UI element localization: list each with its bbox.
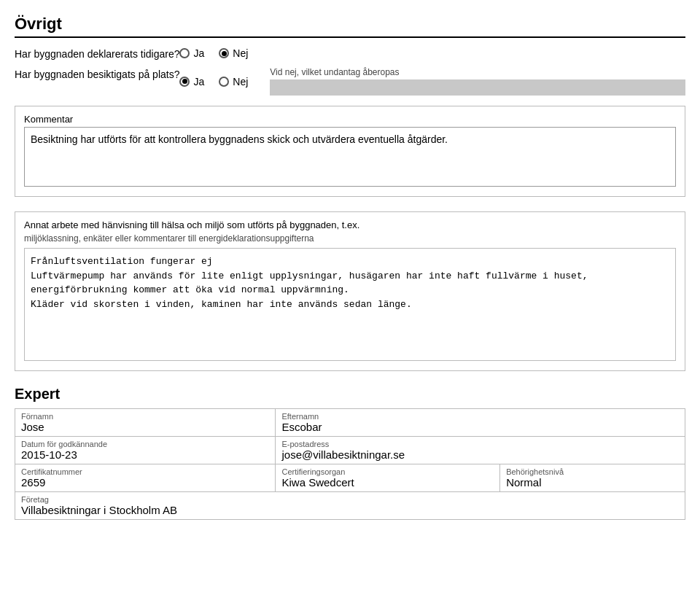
efternamn-label: Efternamn <box>281 412 679 421</box>
datum-value: 2015-10-23 <box>21 448 269 461</box>
efternamn-cell: Efternamn Escobar <box>276 408 685 436</box>
expert-row-foretag: Företag Villabesiktningar i Stockholm AB <box>15 491 685 519</box>
question2-ja-label: Ja <box>193 76 204 87</box>
question2-radio-group: Ja Nej <box>179 76 248 87</box>
expert-table: Förnamn Jose Efternamn Escobar Datum för… <box>15 408 685 520</box>
annat-section: Annat arbete med hänvisning till hälsa o… <box>15 211 685 371</box>
annat-label: Annat arbete med hänvisning till hälsa o… <box>24 219 676 230</box>
expert-row-name: Förnamn Jose Efternamn Escobar <box>15 408 685 436</box>
question2-nej-label: Nej <box>233 76 248 87</box>
behorighet-value: Normal <box>506 476 679 489</box>
certorg-label: Certifieringsorgan <box>281 467 494 476</box>
behorighet-label: Behörighetsnivå <box>506 467 679 476</box>
fornamn-value: Jose <box>21 421 269 433</box>
question2-text: Har byggnaden besiktigats på plats? <box>15 69 179 80</box>
cert-value: 2659 <box>21 476 269 489</box>
question2-ja-option[interactable]: Ja <box>179 76 204 87</box>
question1-nej-label: Nej <box>233 47 248 59</box>
fornamn-label: Förnamn <box>21 412 269 421</box>
annat-textarea[interactable] <box>24 248 676 361</box>
cert-label: Certifikatnummer <box>21 467 269 476</box>
cert-cell: Certifikatnummer 2659 <box>15 464 276 491</box>
foretag-value: Villabesiktningar i Stockholm AB <box>21 504 679 516</box>
expert-row-date: Datum för godkännande 2015-10-23 E-posta… <box>15 436 685 464</box>
certorg-value: Kiwa Swedcert <box>281 476 494 489</box>
undantag-label: Vid nej, vilket undantag åberopas <box>270 67 685 77</box>
question1-ja-radio[interactable] <box>179 48 190 58</box>
question2-ja-radio[interactable] <box>179 77 190 87</box>
question1-row: Har byggnaden deklarerats tidigare? Ja N… <box>15 47 685 60</box>
question1-label: Har byggnaden deklarerats tidigare? <box>15 47 179 60</box>
epost-label: E-postadress <box>281 440 679 448</box>
epost-value: jose@villabesiktningar.se <box>281 448 679 461</box>
undantag-input[interactable] <box>270 79 685 96</box>
question1-radio-group: Ja Nej <box>179 47 248 60</box>
fornamn-cell: Förnamn Jose <box>15 408 276 436</box>
expert-section: Expert Förnamn Jose Efternamn Escobar Da… <box>15 386 685 520</box>
page-title: Övrigt <box>15 15 685 38</box>
question1-nej-option[interactable]: Nej <box>219 47 248 59</box>
question1-ja-option[interactable]: Ja <box>179 47 204 59</box>
datum-cell: Datum för godkännande 2015-10-23 <box>15 436 276 464</box>
foretag-cell: Företag Villabesiktningar i Stockholm AB <box>15 491 685 519</box>
expert-row-cert: Certifikatnummer 2659 Certifieringsorgan… <box>15 464 685 491</box>
expert-title: Expert <box>15 386 685 402</box>
datum-label: Datum för godkännande <box>21 440 269 448</box>
foretag-label: Företag <box>21 495 679 504</box>
kommentar-label: Kommentar <box>24 114 676 125</box>
question2-row: Har byggnaden besiktigats på plats? Ja N… <box>15 67 685 100</box>
efternamn-value: Escobar <box>281 421 679 433</box>
kommentar-textarea[interactable] <box>24 127 676 187</box>
question2-nej-radio[interactable] <box>219 77 229 87</box>
annat-sublabel: miljöklassning, enkäter eller kommentare… <box>24 233 676 244</box>
question1-ja-label: Ja <box>193 47 204 59</box>
ovrigt-section: Övrigt Har byggnaden deklarerats tidigar… <box>15 15 685 197</box>
question2-nej-option[interactable]: Nej <box>219 76 248 87</box>
kommentar-section: Kommentar <box>15 106 685 197</box>
certorg-cell: Certifieringsorgan Kiwa Swedcert <box>276 464 500 491</box>
question1-nej-radio[interactable] <box>219 48 229 58</box>
epost-cell: E-postadress jose@villabesiktningar.se <box>276 436 685 464</box>
behorighet-cell: Behörighetsnivå Normal <box>500 464 685 491</box>
question2-values: Ja Nej Vid nej, vilket undantag åberopas <box>179 67 685 100</box>
question2-label: Har byggnaden besiktigats på plats? <box>15 67 179 80</box>
